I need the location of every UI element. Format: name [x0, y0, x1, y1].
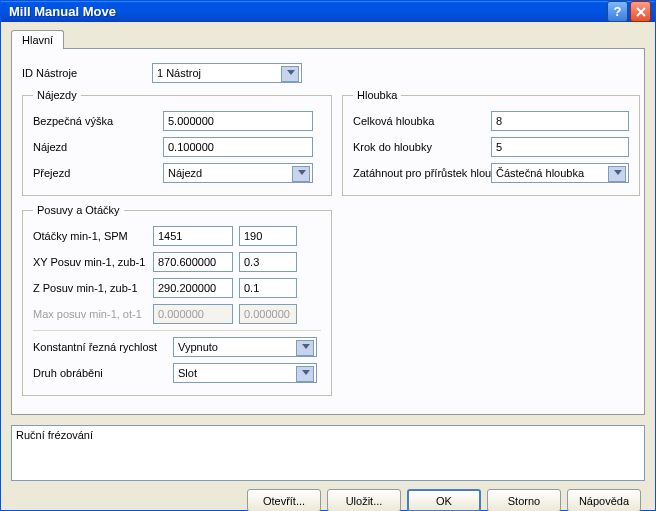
- spm-input-1[interactable]: [153, 226, 233, 246]
- ok-button[interactable]: OK: [407, 489, 481, 511]
- mach-type-label: Druh obráběni: [33, 367, 173, 379]
- tool-id-select[interactable]: 1 Nástroj: [152, 63, 302, 83]
- const-speed-value: Vypnuto: [178, 341, 218, 353]
- approach-label: Nájezd: [33, 141, 163, 153]
- max-feed-input-1: [153, 304, 233, 324]
- tool-id-label: ID Nástroje: [22, 67, 152, 79]
- note-text: Ruční frézování: [16, 429, 93, 441]
- xy-feed-input-2[interactable]: [239, 252, 297, 272]
- window-title: Mill Manual Move: [9, 4, 605, 19]
- tool-id-value: 1 Nástroj: [157, 67, 201, 79]
- group-feeds-speeds-legend: Posuvy a Otáčky: [33, 204, 124, 216]
- max-feed-label: Max posuv min-1, ot-1: [33, 308, 153, 320]
- cancel-button[interactable]: Storno: [487, 489, 561, 511]
- tab-main[interactable]: Hlavní: [11, 30, 64, 49]
- safe-height-label: Bezpečná výška: [33, 115, 163, 127]
- total-depth-label: Celková hloubka: [353, 115, 491, 127]
- mach-type-value: Slot: [178, 367, 197, 379]
- safe-height-input[interactable]: [163, 111, 313, 131]
- depth-step-input[interactable]: [491, 137, 629, 157]
- close-icon[interactable]: [630, 1, 651, 22]
- spm-input-2[interactable]: [239, 226, 297, 246]
- xy-feed-label: XY Posuv min-1, zub-1: [33, 256, 153, 268]
- chevron-down-icon: [298, 170, 306, 175]
- spm-label: Otáčky min-1, SPM: [33, 230, 153, 242]
- travel-label: Přejezd: [33, 167, 163, 179]
- group-approaches: Nájezdy Bezpečná výška Nájezd Přejezd: [22, 89, 332, 196]
- open-button[interactable]: Otevřít...: [247, 489, 321, 511]
- const-speed-label: Konstantní řezná rychlost: [33, 341, 173, 353]
- note-textarea[interactable]: Ruční frézování: [11, 425, 645, 481]
- tab-panel-main: ID Nástroje 1 Nástroj Nájezdy Bezpečná v…: [11, 48, 645, 415]
- group-feeds-speeds: Posuvy a Otáčky Otáčky min-1, SPM XY Pos…: [22, 204, 332, 396]
- z-feed-input-1[interactable]: [153, 278, 233, 298]
- chevron-down-icon: [302, 370, 310, 375]
- group-depth-legend: Hloubka: [353, 89, 401, 101]
- z-feed-input-2[interactable]: [239, 278, 297, 298]
- group-approaches-legend: Nájezdy: [33, 89, 81, 101]
- help-button[interactable]: Nápověda: [567, 489, 641, 511]
- retract-value: Částečná hloubka: [496, 167, 584, 179]
- mach-type-select[interactable]: Slot: [173, 363, 317, 383]
- group-depth: Hloubka Celková hloubka Krok do hloubky …: [342, 89, 640, 196]
- chevron-down-icon: [614, 170, 622, 175]
- approach-input[interactable]: [163, 137, 313, 157]
- chevron-down-icon: [302, 344, 310, 349]
- retract-label: Zatáhnout pro přírůstek hloub: [353, 167, 491, 179]
- save-button[interactable]: Uložit...: [327, 489, 401, 511]
- chevron-down-icon: [287, 70, 295, 75]
- total-depth-input[interactable]: [491, 111, 629, 131]
- travel-value: Nájezd: [168, 167, 202, 179]
- z-feed-label: Z Posuv min-1, zub-1: [33, 282, 153, 294]
- max-feed-input-2: [239, 304, 297, 324]
- retract-select[interactable]: Částečná hloubka: [491, 163, 629, 183]
- help-icon[interactable]: ?: [607, 1, 628, 22]
- depth-step-label: Krok do hloubky: [353, 141, 491, 153]
- travel-select[interactable]: Nájezd: [163, 163, 313, 183]
- titlebar: Mill Manual Move ?: [1, 1, 655, 22]
- xy-feed-input-1[interactable]: [153, 252, 233, 272]
- const-speed-select[interactable]: Vypnuto: [173, 337, 317, 357]
